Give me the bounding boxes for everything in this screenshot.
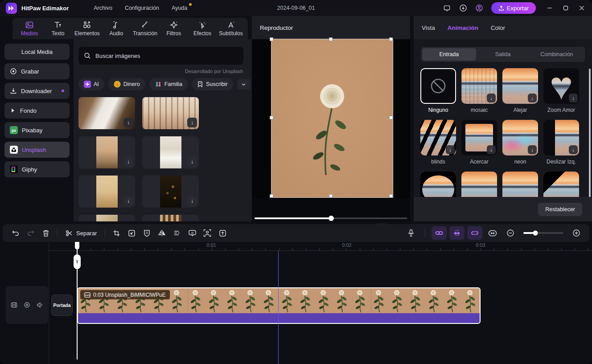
chips-expand-button[interactable] — [237, 79, 251, 90]
sidebar-item-pixabay[interactable]: px Pixabay — [4, 122, 70, 138]
image-result[interactable]: ↓ — [78, 97, 135, 129]
segment-entrada[interactable]: Entrada — [422, 48, 476, 61]
scale-button[interactable] — [124, 226, 139, 240]
image-result[interactable] — [78, 215, 135, 221]
download-icon[interactable]: ↓ — [446, 145, 455, 154]
segment-salida[interactable]: Salida — [476, 48, 530, 61]
search-input[interactable] — [95, 53, 238, 59]
download-icon[interactable]: ↓ — [123, 196, 133, 206]
minimize-button[interactable] — [543, 2, 556, 14]
animation-mosaic[interactable]: ↓ mosaic — [460, 68, 498, 120]
zoom-slider-knob[interactable] — [533, 231, 538, 236]
scrollbar[interactable] — [589, 69, 591, 198]
resize-handle[interactable] — [270, 37, 273, 41]
tab-medios[interactable]: Medios — [17, 20, 41, 37]
video-clip[interactable]: 0:03 Unsplash_BiMMIClWPuE — [77, 287, 481, 324]
animation-item[interactable] — [543, 172, 580, 198]
unlink-clips-button[interactable] — [467, 226, 482, 240]
download-icon[interactable]: ↓ — [569, 94, 578, 102]
animation-zoom-amor[interactable]: ♥↓ Zoom Amor — [543, 68, 580, 120]
tab-efectos[interactable]: Efectos — [190, 20, 214, 37]
chip-suscribir[interactable]: Suscribir — [192, 78, 233, 90]
chip-ai[interactable]: AI — [78, 78, 104, 90]
download-icon[interactable]: ↓ — [528, 94, 537, 102]
undo-button[interactable] — [8, 226, 23, 240]
download-icon[interactable]: ↓ — [487, 145, 496, 154]
animation-blinds[interactable]: ↓ blinds — [419, 120, 457, 172]
download-icon[interactable]: ↓ — [187, 157, 197, 167]
timeline-ruler[interactable]: 0:01 0:02 0:03 — [49, 242, 592, 251]
timeline-zoom-slider[interactable] — [523, 232, 563, 234]
chip-dinero[interactable]: $ Dinero — [108, 78, 145, 90]
cover-button[interactable]: Portada — [51, 294, 73, 316]
account-icon[interactable] — [473, 2, 486, 14]
sidebar-item-downloader[interactable]: Downloader — [4, 83, 70, 99]
chip-familia[interactable]: Familia — [149, 78, 188, 90]
redo-button[interactable] — [23, 226, 38, 240]
download-icon[interactable]: ↓ — [123, 157, 133, 167]
link-clips-button[interactable] — [432, 226, 447, 240]
track-mute-icon[interactable] — [37, 302, 43, 308]
download-icon[interactable]: ↓ — [123, 118, 133, 127]
speed-ramp-button[interactable] — [169, 226, 185, 240]
animation-neon[interactable]: ↓ neon — [502, 120, 539, 172]
progress-knob[interactable] — [329, 216, 334, 221]
tab-vista[interactable]: Vista — [422, 25, 435, 31]
tab-elementos[interactable]: Elementos — [74, 20, 100, 37]
menu-configuracion[interactable]: Configuración — [119, 0, 165, 16]
animation-item[interactable] — [419, 172, 457, 198]
image-result[interactable]: ↓ — [78, 176, 135, 208]
sidebar-item-giphy[interactable]: Giphy — [4, 161, 70, 177]
resize-handle[interactable] — [329, 194, 333, 198]
playback-progress-bar[interactable] — [255, 217, 407, 219]
tab-audio[interactable]: Audio — [104, 20, 128, 37]
export-button[interactable]: Exportar — [491, 2, 536, 14]
sidebar-item-grabar[interactable]: Grabar — [4, 63, 70, 79]
resize-handle[interactable] — [270, 116, 273, 119]
segment-combinacion[interactable]: Combinación — [530, 48, 584, 61]
animation-item[interactable] — [502, 172, 539, 198]
animation-deslizar-izq[interactable]: ↓ Deslizar Izq. — [543, 120, 580, 172]
animation-item[interactable] — [460, 172, 498, 198]
animation-ninguno[interactable]: Ninguno — [419, 68, 457, 120]
marker-head[interactable] — [75, 242, 79, 249]
download-icon[interactable]: ↓ — [487, 94, 496, 102]
image-result[interactable]: ↓ — [142, 176, 199, 208]
resize-handle[interactable] — [329, 37, 333, 41]
animation-alejar[interactable]: ↓ Alejar — [502, 68, 539, 120]
menu-ayuda[interactable]: Ayuda — [165, 0, 193, 16]
image-result[interactable] — [142, 215, 199, 221]
tab-texto[interactable]: Texto — [46, 20, 70, 37]
sidebar-item-local-media[interactable]: Local Media — [4, 44, 70, 60]
resize-handle[interactable] — [389, 37, 393, 41]
split-button[interactable]: Separar — [61, 229, 101, 237]
zoom-out-button[interactable] — [503, 226, 518, 240]
image-result[interactable]: ↓ — [142, 97, 199, 129]
close-button[interactable] — [575, 2, 588, 14]
crop-button[interactable] — [109, 226, 124, 240]
ai-tools-button[interactable]: AI — [185, 226, 200, 240]
portrait-button[interactable] — [200, 226, 215, 240]
animation-acercar[interactable]: ↓ Acercar — [460, 120, 498, 172]
download-icon[interactable]: ↓ — [187, 118, 197, 127]
flip-button[interactable] — [154, 226, 169, 240]
download-icon[interactable]: ↓ — [528, 145, 537, 154]
mask-button[interactable] — [139, 226, 154, 240]
feedback-icon[interactable] — [440, 2, 454, 14]
download-center-icon[interactable] — [456, 2, 470, 14]
resize-handle[interactable] — [389, 194, 393, 198]
tab-animacion[interactable]: Animación — [448, 25, 478, 31]
sidebar-item-fondo[interactable]: Fondo — [4, 102, 70, 119]
download-icon[interactable]: ↓ — [569, 145, 578, 154]
tab-filtros[interactable]: Filtros — [162, 20, 186, 37]
voiceover-button[interactable] — [403, 226, 419, 240]
tab-subtitulos[interactable]: Subtítulos — [219, 20, 243, 37]
menu-archivo[interactable]: Archivo — [87, 0, 119, 16]
split-handle[interactable]: ✂ — [74, 254, 81, 269]
tab-color[interactable]: Color — [491, 25, 505, 31]
delete-button[interactable] — [38, 226, 53, 240]
zoom-in-button[interactable] — [569, 226, 584, 240]
extract-button[interactable] — [215, 226, 230, 240]
tab-transicion[interactable]: Transición — [133, 20, 157, 37]
reset-button[interactable]: Restablecer — [538, 203, 582, 216]
